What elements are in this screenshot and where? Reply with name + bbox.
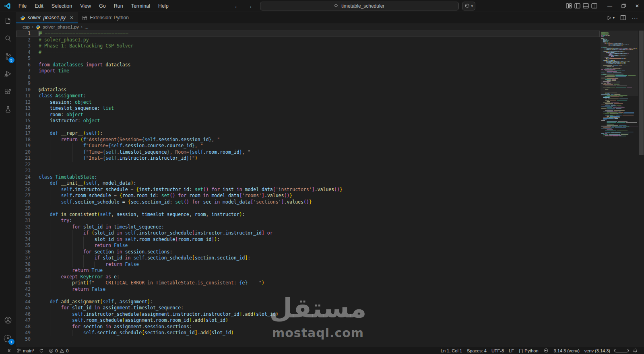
extensions-icon[interactable] [0,83,16,101]
code-line-43[interactable]: 43 [16,292,600,299]
breadcrumb-item-0[interactable]: csp [23,25,30,29]
code-line-30[interactable]: 30 def is_consistent(self, session, time… [16,212,600,218]
code-line-26[interactable]: 26 self.instructor_schedule = {inst.inst… [16,187,600,193]
menu-run[interactable]: Run [110,2,127,10]
customize-layout-icon[interactable] [566,3,572,8]
source-control-icon[interactable]: 5 [0,47,16,65]
restore-button[interactable] [617,0,630,12]
menu-edit[interactable]: Edit [31,2,47,10]
copilot-status[interactable] [541,348,551,353]
code-line-40[interactable]: 40 except KeyError as e: [16,274,600,280]
code-line-16[interactable]: 16 [16,124,600,131]
venv-indicator[interactable]: venv (3.14.3) [582,348,613,353]
code-line-33[interactable]: 33 if (slot_id in self.instructor_schedu… [16,230,600,237]
menu-help[interactable]: Help [155,2,172,10]
code-line-36[interactable]: 36 for section in session.sections: [16,249,600,255]
run-debug-icon[interactable] [0,65,16,83]
toggle-sidebar-icon[interactable] [574,3,580,8]
eol-sequence[interactable]: LF [506,348,516,353]
minimap[interactable] [601,31,638,347]
code-line-41[interactable]: 41 print(f"--- CRITICAL ERROR in Timetab… [16,280,600,286]
command-center-search[interactable]: timetable_scheduler [260,2,459,10]
code-line-32[interactable]: 32 for slot_id in timeslot_sequence: [16,224,600,231]
code-line-18[interactable]: 18 return (f"Assignment(Session={self.se… [16,137,600,143]
code-line-38[interactable]: 38 return False [16,261,600,268]
tab-solver-phase1-py[interactable]: solver_phase1.py✕ [16,12,78,23]
close-tab-icon[interactable]: ✕ [70,15,74,21]
code-line-21[interactable]: 21 f"Inst={self.instructor.instructor_id… [16,155,600,162]
code-line-34[interactable]: 34 slot_id in self.room_schedule[room.ro… [16,237,600,243]
split-editor-icon[interactable] [620,15,626,21]
code-line-31[interactable]: 31 try: [16,218,600,224]
run-python-button[interactable]: ▾ [607,15,615,21]
testing-icon[interactable] [0,101,16,118]
search-sidebar-icon[interactable] [0,30,16,47]
code-line-37[interactable]: 37 if slot_id in self.section_schedule[s… [16,255,600,261]
code-line-9[interactable]: 9 [16,80,600,87]
code-line-13[interactable]: 13 timeslot_sequence: list [16,105,600,112]
language-mode[interactable]: { } Python [516,348,541,353]
code-line-1[interactable]: 1# ============================== [16,31,600,37]
remote-indicator[interactable] [4,348,14,353]
menu-file[interactable]: File [15,2,30,10]
code-line-44[interactable]: 44 def add_assignment(self, assignment): [16,299,600,305]
toggle-secondary-sidebar-icon[interactable] [591,3,597,8]
toggle-panel-icon[interactable] [583,3,589,8]
nav-forward-icon[interactable]: → [245,2,254,9]
code-line-10[interactable]: 10@dataclass [16,87,600,93]
code-line-20[interactable]: 20 f"Time={self.timeslot_sequence}, Room… [16,149,600,156]
code-line-7[interactable]: 7import time [16,68,600,74]
run-dropdown-icon[interactable]: ▾ [613,16,615,20]
code-line-28[interactable]: 28 self.section_schedule = {sec.section_… [16,199,600,206]
code-line-25[interactable]: 25 def __init__(self, model_data): [16,180,600,187]
code-line-49[interactable]: 49 self.section_schedule[section.section… [16,330,600,336]
code-line-35[interactable]: 35 return False [16,243,600,249]
tab-extension-python[interactable]: Extension: Python [78,12,133,23]
code-line-29[interactable]: 29 [16,205,600,212]
code-line-24[interactable]: 24class TimetableState: [16,174,600,181]
account-icon[interactable] [0,311,16,329]
code-line-17[interactable]: 17 def __repr__(self): [16,130,600,137]
code-line-46[interactable]: 46 self.instructor_schedule[assignment.i… [16,311,600,318]
problems-item[interactable]: 0 0 [46,348,71,353]
code-line-48[interactable]: 48 for section in assignment.session.sec… [16,324,600,330]
code-line-12[interactable]: 12 session: object [16,99,600,106]
code-line-15[interactable]: 15 instructor: object [16,118,600,124]
code-line-3[interactable]: 3# Phase 1: Backtracking CSP Solver [16,43,600,49]
code-line-39[interactable]: 39 return True [16,268,600,274]
code-line-27[interactable]: 27 self.room_schedule = {room.room_id: s… [16,193,600,199]
cursor-position[interactable]: Ln 1, Col 1 [438,348,464,353]
vertical-scrollbar[interactable] [638,31,644,347]
code-line-4[interactable]: 4# ============================== [16,49,600,56]
encoding[interactable]: UTF-8 [489,348,506,353]
nav-back-icon[interactable]: ← [233,2,242,9]
code-line-19[interactable]: 19 f"Course={self.session.course.course_… [16,143,600,149]
git-branch-item[interactable]: main* [14,348,37,353]
code-line-14[interactable]: 14 room: object [16,112,600,118]
code-line-8[interactable]: 8 [16,74,600,81]
code-line-22[interactable]: 22 [16,162,600,168]
explorer-icon[interactable] [0,12,16,30]
code-line-23[interactable]: 23 [16,168,600,174]
status-pill-indicator[interactable] [614,349,629,352]
menu-view[interactable]: View [76,2,95,10]
notifications-bell[interactable] [630,348,640,353]
close-window-button[interactable]: ✕ [630,0,644,12]
code-line-2[interactable]: 2# solver_phase1.py [16,37,600,43]
copilot-button[interactable]: ▾ [462,2,476,10]
code-line-5[interactable]: 5 [16,56,600,62]
code-line-50[interactable]: 50 [16,336,600,343]
more-actions-icon[interactable]: ⋯ [632,14,638,22]
code-line-42[interactable]: 42 return False [16,286,600,293]
code-line-6[interactable]: 6from dataclasses import dataclass [16,62,600,68]
sync-changes-item[interactable] [37,348,46,353]
python-interpreter[interactable]: 3.14.3 (venv) [551,348,582,353]
code-line-47[interactable]: 47 self.room_schedule[assignment.room.ro… [16,317,600,324]
scrollbar-thumb[interactable] [639,31,644,155]
code-line-11[interactable]: 11class Assignment: [16,93,600,99]
menu-terminal[interactable]: Terminal [128,2,154,10]
minimap-viewport[interactable] [601,31,638,96]
settings-gear-icon[interactable]: 1 [0,329,16,347]
breadcrumb-item-1[interactable]: solver_phase1.py [43,25,79,29]
indentation[interactable]: Spaces: 4 [464,348,489,353]
